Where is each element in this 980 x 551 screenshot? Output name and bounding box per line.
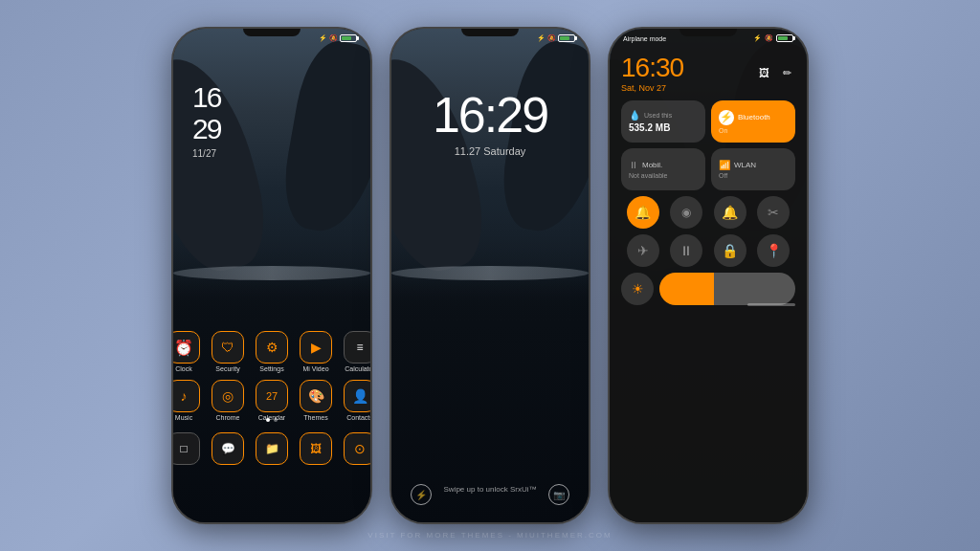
files-icon[interactable]: 📁 [256,432,288,465]
mobile-status: Not available [629,172,698,179]
cc-btn-lock[interactable]: 🔒 [714,234,746,267]
data-used-value: 535.2 MB [629,122,698,133]
status-bar-1: ⚡ 🔕 [187,34,357,42]
app-files[interactable]: 📁 [256,432,288,465]
dot-1 [266,418,270,422]
app-contacts[interactable]: 👤 Contacts [344,380,372,421]
chrome-icon[interactable]: ◎ [212,380,244,412]
cc-btn-sound[interactable]: 🔔 [627,196,659,229]
app-messages[interactable]: 💬 [212,432,244,465]
contacts-icon[interactable]: 👤 [344,380,372,412]
settings-icon[interactable]: ⚙ [256,331,288,364]
gallery-icon[interactable]: 🖼 [300,432,332,465]
mobile-icon-row: ⏸ Mobil. [629,160,698,170]
app-mivideo[interactable]: ▶ Mi Video [300,331,332,372]
app-themes[interactable]: 🎨 Themes [300,380,332,421]
cc-edit-icon[interactable]: 🖼 [755,64,772,81]
extra-icon[interactable]: ⊙ [344,432,372,465]
bluetooth-icon-tile: ⚡ [719,110,734,125]
cc-btn-location[interactable]: 📍 [757,234,790,267]
cc-clock-date: Sat, Nov 27 [621,83,683,93]
camera-icon[interactable]: 📷 [548,484,569,505]
home-clock-time: 1629 [192,81,220,144]
cc-btn-alarm[interactable]: 🔔 [714,196,746,229]
app-phone[interactable]: □ [171,432,200,465]
lock-clock-date: 11.27 Saturday [455,145,526,157]
data-used-tile[interactable]: 💧 Used this 535.2 MB [621,100,705,143]
home-indicator [747,303,795,306]
app-settings[interactable]: ⚙ Settings [256,331,288,372]
battery-fill [342,36,351,40]
wlan-label: WLAN [734,161,756,169]
cc-tiles-row-1: 💧 Used this 535.2 MB ⚡ Bluetooth On [621,100,795,143]
app-row-dock: □ 💬 📁 🖼 ⊙ [183,432,361,465]
cc-clock-row: 16:30 Sat, Nov 27 🖼 ✏ [621,53,795,93]
calendar-icon[interactable]: 27 [256,380,288,412]
data-used-label: Used this [644,112,672,119]
brightness-icon[interactable]: ☀ [621,273,654,305]
cc-btn-media[interactable]: ⏸ [670,234,702,267]
airplane-mode-label: Airplane mode [623,35,666,42]
signal-icon: ⏸ [629,160,638,170]
clock-icon[interactable]: ⏰ [171,331,200,364]
cc-status-icons: ⚡ 🔕 [753,34,793,42]
sound-icon-2: 🔕 [547,34,556,42]
app-extra[interactable]: ⊙ [344,432,372,465]
cc-clock-time: 16:30 [621,53,683,83]
security-label: Security [215,365,239,372]
lock-clock-time: 16:29 [433,86,547,143]
app-clock[interactable]: ⏰ Clock [171,331,200,372]
cc-btn-scissors[interactable]: ✂ [757,196,790,229]
bluetooth-icon: ⚡ [319,34,327,42]
wallpaper-waves [173,266,370,280]
status-icons: ⚡ 🔕 [319,34,357,42]
music-icon[interactable]: ♪ [171,380,200,412]
battery-fill-2 [560,36,569,40]
bluetooth-tile[interactable]: ⚡ Bluetooth On [711,100,795,143]
mivideo-icon[interactable]: ▶ [300,331,332,364]
home-clock-date: 11/27 [192,148,220,159]
app-music[interactable]: ♪ Music [171,380,200,421]
app-calendar[interactable]: 27 Calendar [256,380,288,421]
lock-clock: 16:29 11.27 Saturday [391,86,589,157]
wlan-icon-row: 📶 WLAN [719,160,788,170]
security-icon[interactable]: 🛡 [212,331,244,364]
brightness-slider[interactable] [659,273,795,305]
wallpaper-waves-2 [391,266,589,280]
cc-btn-airplane[interactable]: ✈ [627,234,659,267]
mobile-label: Mobil. [642,161,662,169]
water-drop-icon: 💧 [629,110,640,121]
cc-battery-fill [778,36,788,40]
calculator-icon[interactable]: ≡ [344,331,372,364]
wlan-status: Off [719,172,788,179]
flashlight-icon[interactable]: ⚡ [411,484,432,505]
themes-icon[interactable]: 🎨 [300,380,332,412]
app-grid: ⏰ Clock 🛡 Security ⚙ Settings ▶ [173,331,370,465]
app-chrome[interactable]: ◎ Chrome [212,380,244,421]
app-calculator[interactable]: ≡ Calculator [344,331,372,372]
phone-icon[interactable]: □ [171,432,200,465]
cc-btn-nfc[interactable]: ◉ [670,196,702,229]
mivideo-label: Mi Video [302,365,328,372]
page-dots [173,418,370,422]
cc-sound-icon: 🔕 [765,34,773,42]
wlan-tile[interactable]: 📶 WLAN Off [711,148,795,190]
cc-btn-row-2: ✈ ⏸ 🔒 📍 [621,234,795,267]
app-gallery[interactable]: 🖼 [300,432,332,465]
battery-icon [340,34,357,42]
status-bar-2: ⚡ 🔕 [405,34,575,42]
messages-icon[interactable]: 💬 [212,432,244,465]
cc-header-icons: 🖼 ✏ [755,64,795,81]
sound-icon: 🔕 [329,34,338,42]
cc-status-bar: Airplane mode ⚡ 🔕 [623,34,793,42]
wallpaper-rocks [173,29,370,300]
status-icons-2: ⚡ 🔕 [537,34,575,42]
cc-share-icon[interactable]: ✏ [778,64,795,81]
settings-label: Settings [259,365,283,372]
bluetooth-tile-status: On [719,127,788,134]
cc-bluetooth-icon: ⚡ [753,34,762,42]
mobile-tile[interactable]: ⏸ Mobil. Not available [621,148,705,190]
app-security[interactable]: 🛡 Security [212,331,244,372]
phone-lock: ⚡ 🔕 16:29 11.27 Saturday Swipe up to unl… [390,27,590,524]
bluetooth-icon-2: ⚡ [537,34,546,42]
